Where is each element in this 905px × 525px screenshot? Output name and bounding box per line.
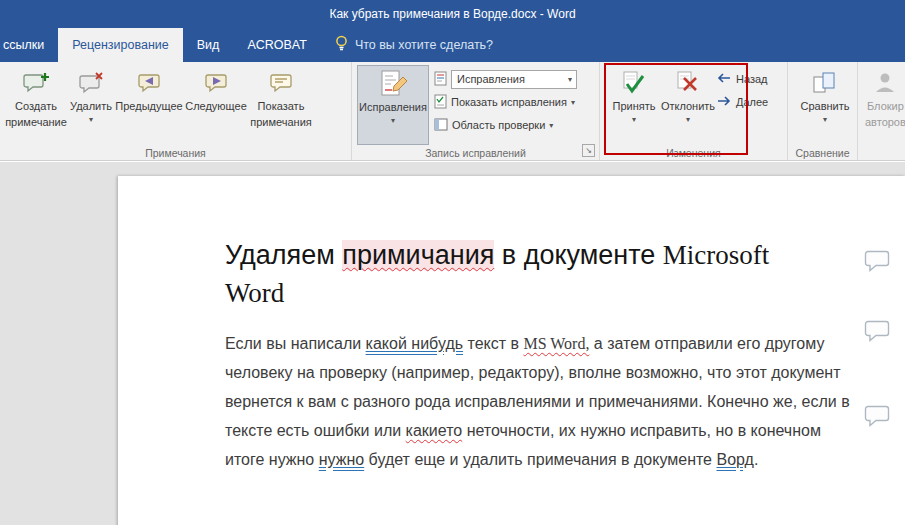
tab-references[interactable]: ссылки — [0, 28, 58, 62]
compare-button[interactable]: Сравнить ▾ — [796, 65, 854, 145]
document-content: Удаляем примичания в документе Microsoft… — [118, 176, 905, 474]
next-comment-button[interactable]: Следующее — [183, 65, 249, 145]
document-page[interactable]: Удаляем примичания в документе Microsoft… — [118, 176, 905, 525]
tab-view[interactable]: Вид — [183, 28, 234, 62]
ribbon-group-tracking: Исправления ▾ Исправления ▾ Показать исп… — [352, 62, 600, 160]
comment-icon[interactable] — [864, 250, 890, 272]
show-markup-icon — [434, 94, 447, 111]
comment-icon[interactable] — [864, 320, 890, 342]
block-authors-button[interactable]: Блокир авторов — [863, 65, 905, 145]
accept-button[interactable]: Принять ▾ — [608, 65, 660, 145]
tracking-dialog-launcher-icon[interactable]: ↘ — [582, 144, 595, 157]
combobox-caret[interactable]: ▾ — [568, 76, 572, 83]
compare-icon — [812, 69, 838, 97]
reviewing-pane-caret[interactable]: ▾ — [549, 122, 553, 129]
reviewing-pane-button[interactable]: Область проверки ▾ — [434, 114, 577, 136]
new-comment-button[interactable]: Создать примечание — [5, 65, 67, 145]
ribbon-group-comments: Создать примечание Удалить ▾ Предыдущее … — [0, 62, 352, 160]
block-authors-icon — [872, 69, 898, 97]
tracking-group-label: Запись исправлений — [352, 147, 599, 159]
ribbon-tab-bar: ссылки Рецензирование Вид ACROBAT Что вы… — [0, 28, 905, 62]
changes-group-label: Изменения — [600, 147, 787, 159]
title-bar: Как убрать примечания в Ворде.docx - Wor… — [0, 0, 905, 28]
ribbon-group-changes: Принять ▾ Отклонить ▾ Назад Далее — [600, 62, 788, 160]
tracking-options-column: Исправления ▾ Показать исправления ▾ Обл… — [434, 65, 577, 136]
document-paragraph[interactable]: Если вы написали какой нибудь текст в MS… — [225, 329, 853, 474]
show-markup-button[interactable]: Показать исправления ▾ — [434, 91, 577, 113]
reject-button[interactable]: Отклонить ▾ — [660, 65, 716, 145]
forward-icon — [716, 94, 732, 110]
document-heading[interactable]: Удаляем примичания в документе Microsoft… — [225, 236, 823, 312]
grammar-flagged-word: Ворд — [716, 451, 753, 468]
previous-comment-button[interactable]: Предыдущее — [115, 65, 183, 145]
show-comments-icon — [269, 69, 294, 97]
compare-caret[interactable]: ▾ — [823, 116, 827, 123]
display-for-review-icon — [434, 71, 447, 88]
grammar-flagged-word: нужно — [319, 451, 364, 468]
track-changes-button[interactable]: Исправления ▾ — [357, 65, 429, 145]
show-comments-button[interactable]: Показать примечания — [249, 65, 313, 145]
tab-review[interactable]: Рецензирование — [58, 28, 183, 62]
display-for-review-combobox[interactable]: Исправления ▾ — [451, 70, 577, 89]
new-comment-icon — [23, 69, 50, 97]
show-markup-caret[interactable]: ▾ — [571, 99, 575, 106]
track-changes-caret[interactable]: ▾ — [391, 117, 395, 124]
delete-comment-icon — [79, 69, 104, 97]
back-icon — [716, 71, 732, 87]
ribbon-group-compare: Сравнить ▾ Сравнение — [788, 62, 858, 160]
comments-group-label: Примечания — [0, 147, 351, 159]
tab-acrobat[interactable]: ACROBAT — [233, 28, 321, 62]
window-title: Как убрать примечания в Ворде.docx - Wor… — [329, 7, 575, 21]
track-changes-icon — [378, 70, 409, 98]
comment-icon[interactable] — [864, 405, 890, 427]
grammar-flagged-word: какой нибудь — [366, 335, 463, 352]
reviewing-pane-icon — [434, 117, 448, 134]
reject-caret[interactable]: ▾ — [686, 116, 690, 123]
accept-icon — [621, 69, 647, 97]
changes-nav-column: Назад Далее — [716, 65, 768, 113]
delete-dropdown-caret[interactable]: ▾ — [89, 116, 93, 123]
reject-icon — [675, 69, 701, 97]
misspelled-word: MS Word, — [523, 335, 589, 352]
tell-me-box[interactable]: Что вы хотите сделать? — [321, 28, 507, 62]
back-button[interactable]: Назад — [716, 68, 768, 90]
accept-caret[interactable]: ▾ — [632, 116, 636, 123]
lightbulb-icon — [335, 35, 348, 55]
delete-comment-button[interactable]: Удалить ▾ — [67, 65, 115, 145]
ribbon-group-protect: Блокир авторов — [858, 62, 905, 160]
tracked-misspelled-word: примичания — [342, 240, 494, 270]
document-area: Удаляем примичания в документе Microsoft… — [0, 162, 905, 525]
previous-comment-icon — [137, 69, 162, 97]
display-for-review-row: Исправления ▾ — [434, 68, 577, 90]
next-comment-icon — [204, 69, 229, 97]
forward-button[interactable]: Далее — [716, 91, 768, 113]
ribbon: Создать примечание Удалить ▾ Предыдущее … — [0, 62, 905, 161]
compare-group-label: Сравнение — [788, 147, 857, 159]
misspelled-word: какието — [406, 422, 463, 439]
